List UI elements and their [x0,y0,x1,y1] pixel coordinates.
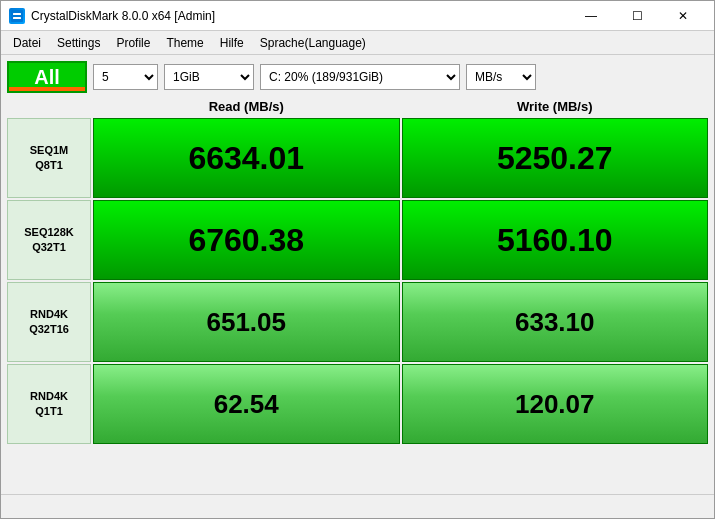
seq128k-write-value: 5160.10 [497,222,613,259]
title-bar-left: CrystalDiskMark 8.0.0 x64 [Admin] [9,8,215,24]
write-header: Write (MB/s) [402,97,709,116]
rnd4k-q1-read-value: 62.54 [214,389,279,420]
seq1m-write-value: 5250.27 [497,140,613,177]
table-row: RND4K Q1T1 62.54 120.07 [7,364,708,444]
all-button[interactable]: All [7,61,87,93]
seq1m-read-cell: 6634.01 [93,118,400,198]
svg-rect-1 [13,13,21,15]
rnd4k-q32-write-cell: 633.10 [402,282,709,362]
seq128k-write-cell: 5160.10 [402,200,709,280]
size-select[interactable]: 1GiB 512MiB 2GiB 4GiB [164,64,254,90]
status-bar [1,494,714,518]
row-label-rnd4k-q32: RND4K Q32T16 [7,282,91,362]
row-label-seq1m: SEQ1M Q8T1 [7,118,91,198]
read-header: Read (MB/s) [93,97,400,116]
window-title: CrystalDiskMark 8.0.0 x64 [Admin] [31,9,215,23]
rnd4k-q1-read-cell: 62.54 [93,364,400,444]
benchmark-table: Read (MB/s) Write (MB/s) SEQ1M Q8T1 6634… [7,97,708,488]
title-bar: CrystalDiskMark 8.0.0 x64 [Admin] — ☐ ✕ [1,1,714,31]
menu-profile[interactable]: Profile [108,34,158,52]
seq128k-read-value: 6760.38 [188,222,304,259]
row-label-rnd4k-q1: RND4K Q1T1 [7,364,91,444]
toolbar: All 5 1 3 9 1GiB 512MiB 2GiB 4GiB C: 20%… [7,61,708,93]
rnd4k-q32-read-value: 651.05 [206,307,286,338]
drive-select[interactable]: C: 20% (189/931GiB) [260,64,460,90]
main-window: CrystalDiskMark 8.0.0 x64 [Admin] — ☐ ✕ … [0,0,715,519]
app-icon [9,8,25,24]
menu-settings[interactable]: Settings [49,34,108,52]
window-controls: — ☐ ✕ [568,5,706,27]
menu-theme[interactable]: Theme [158,34,211,52]
runs-select[interactable]: 5 1 3 9 [93,64,158,90]
rnd4k-q32-write-value: 633.10 [515,307,595,338]
table-header: Read (MB/s) Write (MB/s) [93,97,708,116]
svg-rect-0 [11,10,23,22]
close-button[interactable]: ✕ [660,5,706,27]
seq128k-read-cell: 6760.38 [93,200,400,280]
rnd4k-q32-read-cell: 651.05 [93,282,400,362]
seq1m-read-value: 6634.01 [188,140,304,177]
content-area: All 5 1 3 9 1GiB 512MiB 2GiB 4GiB C: 20%… [1,55,714,494]
rnd4k-q1-write-value: 120.07 [515,389,595,420]
table-row: SEQ1M Q8T1 6634.01 5250.27 [7,118,708,198]
maximize-button[interactable]: ☐ [614,5,660,27]
table-row: SEQ128K Q32T1 6760.38 5160.10 [7,200,708,280]
unit-select[interactable]: MB/s GB/s IOPS μs [466,64,536,90]
seq1m-write-cell: 5250.27 [402,118,709,198]
rnd4k-q1-write-cell: 120.07 [402,364,709,444]
menu-datei[interactable]: Datei [5,34,49,52]
svg-rect-2 [13,17,21,19]
minimize-button[interactable]: — [568,5,614,27]
menu-hilfe[interactable]: Hilfe [212,34,252,52]
row-label-seq128k: SEQ128K Q32T1 [7,200,91,280]
menu-bar: Datei Settings Profile Theme Hilfe Sprac… [1,31,714,55]
menu-language[interactable]: Sprache(Language) [252,34,374,52]
table-row: RND4K Q32T16 651.05 633.10 [7,282,708,362]
